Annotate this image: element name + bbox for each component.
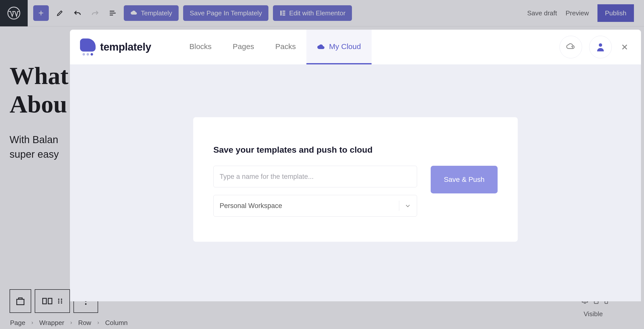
close-modal-button[interactable]	[619, 43, 630, 51]
workspace-value: Personal Workspace	[220, 202, 282, 210]
modal-body: Save your templates and push to cloud Pe…	[70, 64, 641, 242]
tab-label: My Cloud	[329, 42, 361, 51]
workspace-select[interactable]: Personal Workspace	[213, 195, 417, 217]
chevron-down-icon	[405, 204, 410, 208]
tab-blocks[interactable]: Blocks	[179, 30, 222, 64]
close-icon	[621, 43, 628, 51]
template-name-input[interactable]	[213, 166, 417, 187]
tab-packs[interactable]: Packs	[265, 30, 306, 64]
save-template-card: Save your templates and push to cloud Pe…	[193, 117, 518, 242]
cloud-icon	[317, 43, 326, 50]
tab-pages[interactable]: Pages	[222, 30, 265, 64]
tab-label: Packs	[275, 42, 296, 51]
tab-my-cloud[interactable]: My Cloud	[306, 30, 372, 64]
modal-header: templately Blocks Pages Packs My Cloud	[70, 30, 641, 64]
user-icon	[596, 43, 605, 52]
sync-button[interactable]	[559, 36, 582, 58]
modal-header-actions	[559, 36, 630, 58]
tab-label: Blocks	[189, 42, 212, 51]
templately-logo-mark	[80, 38, 96, 56]
form-inputs: Personal Workspace	[213, 166, 417, 217]
card-title: Save your templates and push to cloud	[213, 145, 498, 155]
save-push-label: Save & Push	[444, 176, 485, 184]
tab-label: Pages	[233, 42, 254, 51]
save-push-button[interactable]: Save & Push	[431, 166, 498, 193]
templately-modal: templately Blocks Pages Packs My Cloud	[70, 30, 641, 301]
account-button[interactable]	[589, 36, 612, 58]
templately-logo-text: templately	[100, 41, 151, 53]
form-row: Personal Workspace Save & Push	[213, 166, 498, 217]
templately-logo: templately	[80, 38, 151, 56]
svg-point-20	[599, 43, 602, 47]
select-divider	[399, 201, 399, 211]
modal-tabs: Blocks Pages Packs My Cloud	[179, 30, 372, 64]
cloud-sync-icon	[566, 43, 575, 51]
